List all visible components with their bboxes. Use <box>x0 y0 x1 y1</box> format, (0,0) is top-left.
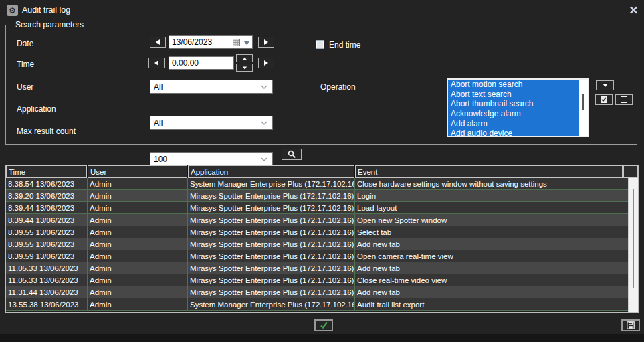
time-next-button[interactable] <box>258 58 274 68</box>
table-cell: Admin <box>88 178 188 190</box>
unchecked-box-icon <box>621 96 627 103</box>
table-cell-spacer <box>623 226 628 238</box>
operation-items: Abort motion searchAbort text searchAbor… <box>448 80 579 136</box>
application-select[interactable]: All <box>150 116 273 130</box>
application-label: Application <box>17 104 56 114</box>
table-cell: Mirasys Spotter Enterprise Plus (172.17.… <box>188 238 355 250</box>
column-header[interactable]: Application <box>188 165 354 178</box>
table-cell: Admin <box>88 286 188 298</box>
table-cell: Login <box>355 190 623 202</box>
table-cell: 13.55.38 13/06/2023 <box>6 298 88 311</box>
user-label: User <box>17 82 33 92</box>
table-cell: Mirasys Spotter Enterprise Plus (172.17.… <box>188 202 355 214</box>
table-cell: 8.39.44 13/06/2023 <box>6 202 88 214</box>
deselect-all-operations-button[interactable] <box>615 94 633 105</box>
time-value: 0.00.00 <box>172 58 199 68</box>
table-cell: Admin <box>88 298 188 311</box>
window-bottom-edge <box>0 334 644 342</box>
table-row[interactable]: 11.31.44 13/06/2023AdminMirasys Spotter … <box>6 286 628 298</box>
operation-item[interactable]: Abort text search <box>448 90 579 100</box>
table-cell: 8.39.59 13/06/2023 <box>6 250 88 262</box>
export-button[interactable] <box>621 319 640 331</box>
table-cell-spacer <box>623 298 628 311</box>
operation-dropdown-button[interactable] <box>596 80 614 90</box>
table-row[interactable]: 11.05.33 13/06/2023AdminMirasys Spotter … <box>6 274 628 286</box>
audit-table: TimeUserApplicationEvent 8.38.54 13/06/2… <box>5 165 639 313</box>
operation-label: Operation <box>320 82 356 92</box>
table-cell-spacer <box>623 238 628 250</box>
select-all-operations-button[interactable] <box>595 94 613 105</box>
search-parameters-legend: Search parameters <box>12 20 87 29</box>
date-value: 13/06/2023 <box>172 37 212 47</box>
ok-button[interactable] <box>314 319 333 331</box>
table-cell-spacer <box>623 190 628 202</box>
time-input[interactable]: 0.00.00 <box>169 56 234 70</box>
table-row[interactable]: 8.38.54 13/06/2023AdminSystem Manager En… <box>6 178 628 190</box>
date-next-button[interactable] <box>258 37 274 48</box>
operation-scrollbar-thumb[interactable] <box>582 94 584 110</box>
table-cell: 11.31.44 13/06/2023 <box>6 286 88 298</box>
table-cell-spacer <box>623 286 628 298</box>
end-time-label: End time <box>329 40 360 50</box>
date-input[interactable]: 13/06/2023 <box>169 35 253 49</box>
max-result-count-select[interactable]: 100 <box>150 152 273 166</box>
title-bar: ⚙ Audit trail log <box>0 0 644 20</box>
table-row[interactable]: 13.55.38 13/06/2023AdminSystem Manager E… <box>6 298 628 311</box>
time-spin-down-button[interactable] <box>236 64 253 72</box>
operation-item[interactable]: Abort thumbnail search <box>448 99 579 109</box>
table-cell: Select tab <box>355 226 623 238</box>
table-row[interactable]: 8.39.55 13/06/2023AdminMirasys Spotter E… <box>6 226 628 238</box>
search-button[interactable] <box>282 149 302 160</box>
end-time-checkbox[interactable] <box>316 40 324 49</box>
table-cell: Load layout <box>355 202 623 214</box>
operation-item[interactable]: Acknowledge alarm <box>448 109 579 119</box>
table-row[interactable]: 8.39.20 13/06/2023AdminMirasys Spotter E… <box>6 190 628 202</box>
table-cell-spacer <box>623 178 628 190</box>
arrow-right-icon <box>264 39 268 45</box>
table-row[interactable]: 8.39.44 13/06/2023AdminMirasys Spotter E… <box>6 214 628 226</box>
column-header[interactable]: Time <box>6 165 87 178</box>
table-cell: Mirasys Spotter Enterprise Plus (172.17.… <box>188 226 355 238</box>
table-cell: Close real-time video view <box>355 274 623 286</box>
operation-listbox[interactable]: Abort motion searchAbort text searchAbor… <box>447 78 589 137</box>
time-spin-up-button[interactable] <box>236 54 253 62</box>
table-cell: Admin <box>88 190 188 202</box>
operation-item[interactable]: Add audio device <box>448 129 579 136</box>
column-header-spacer[interactable] <box>623 165 638 178</box>
arrow-left-icon <box>156 39 160 45</box>
arrow-left-icon <box>154 60 158 66</box>
time-prev-button[interactable] <box>148 58 165 68</box>
close-icon[interactable] <box>627 5 639 15</box>
arrow-up-icon <box>242 57 246 60</box>
operation-item[interactable]: Abort motion search <box>448 80 579 90</box>
table-cell: Close hardware settings window without s… <box>355 178 623 190</box>
table-cell: 8.39.44 13/06/2023 <box>6 214 88 226</box>
table-cell: Mirasys Spotter Enterprise Plus (172.17.… <box>188 274 355 286</box>
table-cell-spacer <box>623 214 628 226</box>
table-cell-spacer <box>623 250 628 262</box>
table-scrollbar-thumb[interactable] <box>633 189 634 288</box>
column-header[interactable]: User <box>88 165 187 178</box>
chevron-down-icon <box>261 85 267 89</box>
table-scrollbar[interactable] <box>628 178 638 312</box>
green-check-icon <box>320 321 328 329</box>
gear-icon: ⚙ <box>7 5 18 16</box>
operation-item[interactable]: Add alarm <box>448 118 579 129</box>
table-cell: 8.39.55 13/06/2023 <box>6 238 88 250</box>
audit-table-header: TimeUserApplicationEvent <box>6 165 638 178</box>
chevron-down-icon <box>261 157 267 161</box>
table-row[interactable]: 8.39.59 13/06/2023AdminMirasys Spotter E… <box>6 250 628 262</box>
checked-box-icon <box>601 96 607 103</box>
user-select[interactable]: All <box>150 80 273 94</box>
date-prev-button[interactable] <box>150 37 166 48</box>
arrow-down-icon <box>242 66 246 69</box>
operation-scrollbar[interactable] <box>579 80 588 136</box>
table-cell: 8.38.54 13/06/2023 <box>6 178 88 190</box>
table-row[interactable]: 8.39.44 13/06/2023AdminMirasys Spotter E… <box>6 202 628 214</box>
column-header[interactable]: Event <box>355 165 623 178</box>
chevron-down-icon <box>261 121 267 125</box>
table-cell: Admin <box>88 250 188 262</box>
table-row[interactable]: 11.05.33 13/06/2023AdminMirasys Spotter … <box>6 262 628 274</box>
table-row[interactable]: 8.39.55 13/06/2023AdminMirasys Spotter E… <box>6 238 628 250</box>
date-dropdown-icon[interactable] <box>243 41 250 45</box>
